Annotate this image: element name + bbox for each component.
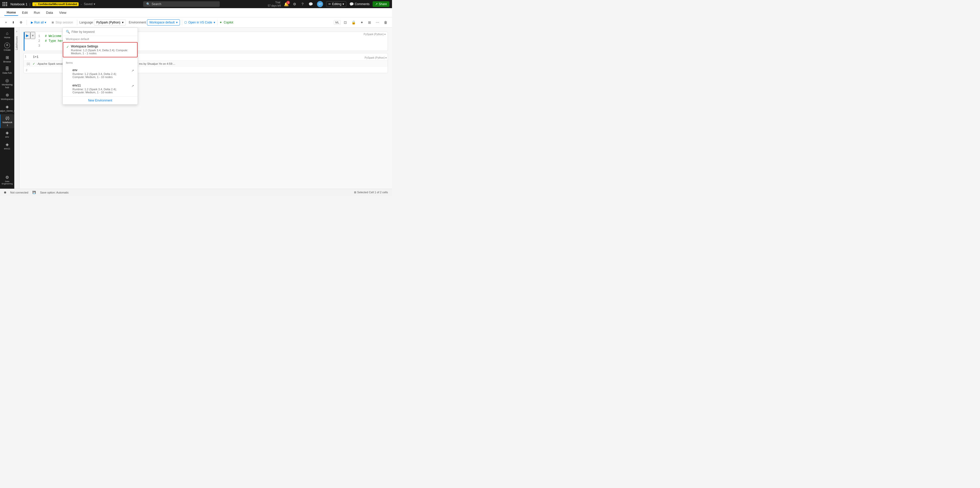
search-placeholder: Search — [151, 2, 161, 6]
share-button[interactable]: ↗ Share — [372, 1, 390, 7]
collapse-cell-1-button[interactable]: ▾ — [30, 32, 35, 39]
language-label: Language — [80, 21, 93, 24]
menu-bar: Home Edit Run Data View — [0, 8, 392, 17]
more-options-button[interactable]: ⋯ — [374, 19, 381, 25]
env-item[interactable]: env Runtime: 1.2 (Spark 3.4, Delta 2.4);… — [63, 66, 138, 81]
toolbar-right: ML ⊡ 🔒 ✦ ⊞ ⋯ 🗑 — [334, 19, 389, 25]
dropdown-filter-input[interactable] — [72, 30, 135, 34]
stop-session-button[interactable]: ⏹ Stop session — [49, 20, 75, 25]
menu-home[interactable]: Home — [4, 10, 18, 16]
save-status[interactable]: Saved ▾ — [84, 2, 95, 6]
sidebar-item-data-engineering[interactable]: ⚙ Data Engineering — [0, 173, 14, 187]
menu-edit[interactable]: Edit — [19, 10, 30, 16]
save-option-icon: 💾 — [32, 191, 36, 194]
comment-icon: 💬 — [349, 2, 354, 6]
avatar[interactable]: SY — [317, 1, 323, 7]
env-item-desc: Runtime: 1.2 (Spark 3.4, Delta 2.4); Com… — [73, 73, 129, 79]
environment-selector[interactable]: Workspace default ▾ — [147, 19, 180, 25]
env11-item-desc: Runtime: 1.2 (Spark 3.4, Delta 2.4); Com… — [73, 88, 129, 94]
notebook1-icon: ⟨/⟩ — [5, 116, 10, 120]
gear-icon: ⚙ — [20, 21, 22, 24]
env-external-link-icon[interactable]: ↗ — [131, 69, 134, 73]
settings-notebook-button[interactable]: ⚙ — [18, 20, 24, 25]
cell-1-line-numbers: 1 2 3 — [35, 32, 43, 51]
sidebar-item-notebook1[interactable]: ⟨/⟩ Notebook 1 — [0, 114, 14, 128]
chevron-down-icon: ▾ — [342, 2, 344, 6]
search-box[interactable]: 🔍 Search — [143, 1, 220, 7]
run-all-chevron: ▾ — [45, 21, 46, 24]
vscode-chevron: ▾ — [213, 21, 215, 24]
sidebar-item-browse[interactable]: ⊞ Browse — [0, 54, 14, 65]
environment-value: Workspace default — [149, 21, 175, 24]
help-button[interactable]: ? — [301, 1, 304, 7]
sidebar-bottom: ⚙ Data Engineering — [0, 173, 14, 187]
title-bar-right: Trial: 57 days left 🔔 5 ⚙ ? 💬 SY ✏ Editi… — [268, 1, 390, 7]
data-engineering-icon: ⚙ — [5, 175, 9, 180]
menu-view[interactable]: View — [57, 10, 69, 16]
sidebar-item-workspaces[interactable]: ⊛ Workspaces — [0, 91, 14, 102]
left-sidebar: ⌂ Home + Create ⊞ Browse 🗄 Data hub ◎ Mo… — [0, 27, 14, 189]
sidebar-item-demo-env[interactable]: ◈ Shuaijun_Demo_Env — [0, 103, 14, 114]
breadcrumb: Confidential\Microsoft Extended — [38, 3, 77, 6]
editing-button[interactable]: ✏ Editing ▾ — [326, 1, 346, 7]
workspace-default-label: Workspace default — [63, 36, 138, 42]
sidebar-item-env11[interactable]: ◈ env11 — [0, 141, 14, 152]
title-bar: Notebook 1 | 🔒 Confidential\Microsoft Ex… — [0, 0, 392, 8]
sidebar-item-data-hub[interactable]: 🗄 Data hub — [0, 65, 14, 76]
sparkle-icon-button[interactable]: ✦ — [359, 19, 365, 25]
workspace-settings-name: Workspace Settings — [71, 44, 134, 48]
demo-env-icon: ◈ — [6, 104, 9, 109]
share-icon: ↗ — [375, 2, 378, 6]
sidebar-item-create[interactable]: + Create — [0, 41, 14, 53]
save-icon: ⬇ — [12, 21, 14, 24]
status-bar: Not connected 💾 Save option: Automatic ⊞… — [0, 189, 392, 196]
env11-item[interactable]: env11 Runtime: 1.2 (Spark 3.4, Delta 2.4… — [63, 81, 138, 97]
workspace-settings-item[interactable]: ✓ Workspace Settings Runtime: 1.2 (Spark… — [63, 42, 138, 57]
cell-2-controls: 1 — [24, 53, 31, 59]
create-icon: + — [4, 43, 10, 48]
save-as-icon-button[interactable]: ⊡ — [342, 19, 348, 25]
new-environment-button[interactable]: New Environment — [63, 97, 138, 104]
notification-button[interactable]: 🔔 5 — [284, 2, 289, 6]
monitoring-icon: ◎ — [5, 78, 9, 83]
delete-cell-button[interactable]: 🗑 — [382, 19, 389, 25]
cell-grid-icon: ⊞ — [354, 191, 356, 194]
sidebar-item-env[interactable]: ◈ env — [0, 129, 14, 140]
sidebar-item-monitoring[interactable]: ◎ Monitoring hub — [0, 76, 14, 90]
settings-button[interactable]: ⚙ — [292, 1, 298, 7]
title-bar-center: 🔍 Search — [143, 1, 220, 7]
ml-label: ML — [334, 20, 341, 25]
checkmark-icon: ✓ — [66, 45, 69, 49]
split-icon-button[interactable]: ⊞ — [366, 19, 372, 25]
env11-external-link-icon[interactable]: ↗ — [131, 84, 134, 88]
language-value: PySpark (Python) — [96, 21, 120, 24]
brand-icon: 🔒 — [34, 3, 37, 6]
expand-sidebar-button[interactable]: › — [16, 30, 18, 33]
cell-2-input-num: 1 — [25, 55, 30, 58]
main-layout: ⌂ Home + Create ⊞ Browse 🗄 Data hub ◎ Mo… — [0, 27, 392, 189]
waffle-icon[interactable] — [3, 2, 7, 6]
feedback-button[interactable]: 💬 — [307, 1, 314, 7]
comments-button[interactable]: 💬 Comments — [349, 2, 369, 6]
run-cell-1-button[interactable]: ▶ — [24, 32, 30, 39]
menu-data[interactable]: Data — [43, 10, 56, 16]
sidebar-item-home[interactable]: ⌂ Home — [0, 30, 14, 41]
lakehouses-label: Lakehouses — [15, 36, 18, 50]
separator-dash: - — [81, 2, 82, 6]
lock-icon-button[interactable]: 🔒 — [350, 19, 357, 25]
vscode-icon: ⬡ — [184, 21, 187, 24]
language-selector[interactable]: PySpark (Python) ▾ — [94, 19, 126, 25]
add-code-cell-button[interactable]: + — [3, 20, 9, 25]
brand-tag: 🔒 Confidential\Microsoft Extended — [32, 2, 79, 6]
menu-run[interactable]: Run — [32, 10, 43, 16]
copilot-button[interactable]: ✦ Copilot — [220, 21, 233, 24]
edit-icon: ✏ — [328, 2, 331, 6]
add-code-icon: + — [5, 21, 7, 24]
cell-2-code: 1+1 — [33, 55, 38, 59]
env-item-name: env — [73, 68, 129, 72]
title-bar-left: Notebook 1 | 🔒 Confidential\Microsoft Ex… — [3, 2, 95, 6]
open-vscode-button[interactable]: ⬡ Open in VS Code ▾ — [184, 21, 215, 24]
save-button[interactable]: ⬇ — [10, 20, 17, 25]
run-all-button[interactable]: ▶ Run all ▾ — [29, 20, 48, 25]
env-icon: ◈ — [6, 130, 9, 135]
